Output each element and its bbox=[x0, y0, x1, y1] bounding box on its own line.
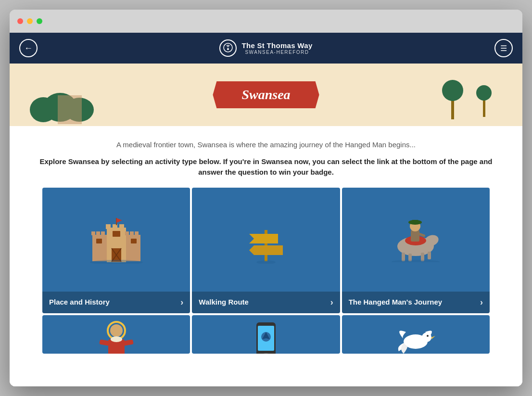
card-label-walking-route: Walking Route › bbox=[192, 292, 340, 313]
svg-rect-54 bbox=[123, 339, 133, 345]
card-image-hanged-mans-journey bbox=[342, 188, 490, 292]
svg-rect-24 bbox=[96, 239, 102, 243]
svg-rect-44 bbox=[411, 230, 419, 242]
activity-card-place-history[interactable]: Place and History › bbox=[42, 188, 190, 313]
app-logo-icon bbox=[219, 39, 237, 57]
card-image-place-history bbox=[42, 188, 190, 292]
traffic-light-red[interactable] bbox=[17, 18, 23, 24]
city-name-banner: Swansea bbox=[213, 81, 319, 108]
svg-rect-20 bbox=[125, 231, 129, 235]
svg-rect-14 bbox=[119, 224, 124, 229]
svg-point-49 bbox=[392, 260, 440, 262]
svg-rect-17 bbox=[91, 231, 95, 235]
app-header: ← The St Thomas Way Swansea-Hereford bbox=[10, 33, 522, 64]
svg-rect-18 bbox=[96, 231, 100, 235]
svg-marker-33 bbox=[249, 234, 278, 243]
description-section: A medieval frontier town, Swansea is whe… bbox=[10, 126, 522, 188]
svg-rect-42 bbox=[428, 252, 431, 259]
svg-point-64 bbox=[427, 335, 429, 337]
card-label-text-walking-route: Walking Route bbox=[199, 298, 249, 307]
traffic-light-green[interactable] bbox=[37, 18, 42, 24]
svg-point-35 bbox=[256, 260, 276, 264]
card-image-digital bbox=[192, 315, 340, 354]
svg-point-7 bbox=[442, 80, 463, 101]
svg-rect-19 bbox=[101, 231, 105, 235]
description-subtitle: A medieval frontier town, Swansea is whe… bbox=[38, 140, 494, 151]
chevron-icon-walking-route: › bbox=[330, 297, 333, 307]
svg-marker-34 bbox=[249, 245, 283, 255]
back-button[interactable]: ← bbox=[19, 39, 38, 57]
svg-rect-39 bbox=[402, 253, 405, 261]
menu-button[interactable]: ☰ bbox=[494, 39, 513, 57]
card-label-text-place-history: Place and History bbox=[49, 298, 110, 307]
activity-card-saint[interactable] bbox=[42, 315, 190, 354]
chevron-icon-hanged-mans-journey: › bbox=[480, 297, 483, 307]
app-subtitle: Swansea-Hereford bbox=[241, 50, 312, 55]
activity-grid: Place and History › bbox=[10, 188, 522, 363]
menu-icon: ☰ bbox=[500, 44, 507, 53]
card-label-place-history: Place and History › bbox=[42, 292, 190, 313]
card-label-text-hanged-mans-journey: The Hanged Man's Journey bbox=[349, 298, 442, 307]
card-image-saint bbox=[42, 315, 190, 354]
svg-rect-22 bbox=[135, 231, 139, 235]
svg-rect-12 bbox=[106, 224, 111, 229]
chevron-icon-place-history: › bbox=[180, 297, 183, 307]
browser-chrome bbox=[10, 10, 522, 33]
app-title: The St Thomas Way bbox=[241, 41, 312, 50]
svg-point-1 bbox=[227, 48, 229, 50]
logo-text-block: The St Thomas Way Swansea-Hereford bbox=[241, 41, 312, 55]
svg-point-51 bbox=[110, 324, 123, 337]
city-name: Swansea bbox=[241, 87, 290, 102]
svg-rect-47 bbox=[412, 220, 418, 224]
app-logo: The St Thomas Way Swansea-Hereford bbox=[219, 39, 312, 57]
svg-point-55 bbox=[111, 336, 122, 342]
card-image-dove bbox=[342, 315, 490, 354]
svg-rect-23 bbox=[113, 231, 120, 237]
svg-rect-25 bbox=[131, 239, 137, 243]
svg-rect-8 bbox=[483, 98, 485, 117]
card-label-hanged-mans-journey: The Hanged Man's Journey › bbox=[342, 292, 490, 313]
tree-decoration-right-2 bbox=[474, 83, 494, 119]
svg-rect-5 bbox=[58, 95, 82, 124]
traffic-light-yellow[interactable] bbox=[27, 18, 33, 24]
page-content[interactable]: A medieval frontier town, Swansea is whe… bbox=[10, 126, 522, 386]
activity-card-walking-route[interactable]: Walking Route › bbox=[192, 188, 340, 313]
svg-rect-21 bbox=[130, 231, 134, 235]
svg-marker-63 bbox=[431, 336, 435, 339]
activity-card-digital[interactable] bbox=[192, 315, 340, 354]
svg-point-9 bbox=[476, 85, 492, 101]
svg-point-62 bbox=[422, 332, 431, 342]
tree-decoration-left bbox=[29, 71, 106, 126]
tree-decoration-right-1 bbox=[441, 76, 465, 121]
activity-card-hanged-mans-journey[interactable]: The Hanged Man's Journey › bbox=[342, 188, 490, 313]
description-main: Explore Swansea by selecting an activity… bbox=[38, 156, 494, 178]
svg-rect-53 bbox=[99, 339, 109, 345]
svg-marker-30 bbox=[116, 218, 122, 223]
browser-content: ← The St Thomas Way Swansea-Hereford bbox=[10, 33, 522, 386]
back-icon: ← bbox=[24, 43, 33, 53]
browser-window: ← The St Thomas Way Swansea-Hereford bbox=[10, 10, 522, 386]
card-image-walking-route bbox=[192, 188, 340, 292]
activity-card-dove[interactable] bbox=[342, 315, 490, 354]
hero-banner: Swansea bbox=[10, 64, 522, 126]
